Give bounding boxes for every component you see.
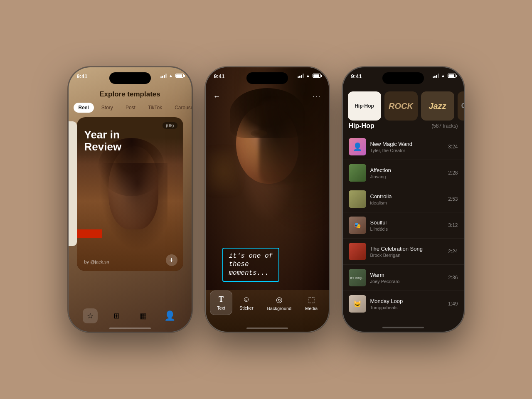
genre-tab-rock[interactable]: ROCK xyxy=(384,91,418,121)
toolbar-media[interactable]: ⬚ Media xyxy=(298,291,324,315)
genre-tab-partial: C xyxy=(458,91,464,121)
warm-thumb-text: It's Alrig... xyxy=(350,276,364,280)
wifi-icon-3: ▲ xyxy=(441,73,446,78)
track-thumb: 👤 xyxy=(349,138,366,155)
back-button[interactable]: ← xyxy=(213,92,221,101)
dynamic-island-3 xyxy=(382,72,424,84)
phone2-background: 9:41 ▲ ← ··· xyxy=(206,67,329,332)
nav-profile[interactable]: 👤 xyxy=(163,308,177,323)
phone3-background: 9:41 ▲ xyxy=(343,67,464,332)
track-name: The Celebration Song xyxy=(370,246,444,252)
track-item[interactable]: 🎭 Soulful L'indécis 3:12 xyxy=(343,212,464,239)
status-icons-2: ▲ xyxy=(298,73,322,78)
track-item[interactable]: Controlla idealism 2:53 xyxy=(343,186,464,212)
toolbar-background[interactable]: ◎ Background xyxy=(261,291,298,315)
track-thumb: It's Alrig... xyxy=(349,269,366,286)
text-tool-icon: T xyxy=(219,295,224,304)
red-stripe xyxy=(77,229,102,238)
genre-tab-hiphop[interactable]: Hip-Hop xyxy=(348,91,381,121)
nav-grid[interactable]: ⊞ xyxy=(109,308,124,323)
track-duration: 1:49 xyxy=(448,301,458,307)
status-time-3: 9:41 xyxy=(351,73,362,79)
track-info: Warm Joey Pecoraro xyxy=(370,272,444,284)
track-duration: 2:28 xyxy=(448,170,458,176)
track-artist: Brock Berrigan xyxy=(370,253,444,258)
tab-tiktok[interactable]: TikTok xyxy=(143,103,167,113)
wifi-icon-1: ▲ xyxy=(169,73,173,78)
card-badge: (08) xyxy=(163,122,177,129)
track-thumb xyxy=(349,190,366,208)
star-icon: ☆ xyxy=(87,311,94,320)
track-thumb xyxy=(349,243,366,260)
status-time-2: 9:41 xyxy=(214,73,225,79)
track-artist: L'indécis xyxy=(370,227,444,232)
phone1-title: Explore templates xyxy=(99,90,160,98)
home-indicator-3 xyxy=(382,327,424,328)
card-author: by @jack.sn xyxy=(84,259,109,264)
track-item[interactable]: Affection Jinsang 2:28 xyxy=(343,160,464,186)
card-add-button[interactable]: + xyxy=(166,254,177,266)
signal-icon-1 xyxy=(160,74,167,78)
nav-templates[interactable]: ☆ xyxy=(83,308,98,323)
track-item[interactable]: 🐱 Monday Loop Tomppabeats 1:49 xyxy=(343,291,464,315)
track-artist: Jinsang xyxy=(370,174,444,179)
jazz-label: Jazz xyxy=(429,101,446,111)
signal-icon-2 xyxy=(298,74,304,78)
grid-icon: ⊞ xyxy=(113,311,120,320)
phone2-toolbar: T Text ☺ Sticker ◎ Background ⬚ Media xyxy=(206,291,329,315)
profile-icon: 👤 xyxy=(164,310,175,321)
card-title: Year inReview xyxy=(84,129,122,153)
phone-2: 9:41 ▲ ← ··· xyxy=(205,66,330,332)
toolbar-sticker[interactable]: ☺ Sticker xyxy=(233,291,260,315)
text-overlay-card[interactable]: it's one ofthesemoments... xyxy=(222,248,280,282)
track-duration: 3:24 xyxy=(448,144,458,150)
dynamic-island-2 xyxy=(246,72,288,84)
genre-tabs: Hip-Hop ROCK Jazz C xyxy=(343,88,464,124)
partial-label: C xyxy=(461,102,464,110)
track-thumb: 🐱 xyxy=(349,295,366,313)
text-overlay-content: it's one ofthesemoments... xyxy=(229,252,273,278)
track-info: Monday Loop Tomppabeats xyxy=(370,298,444,310)
track-name: Controlla xyxy=(370,193,444,200)
track-item[interactable]: 👤 New Magic Wand Tyler, the Creator 3:24 xyxy=(343,134,464,160)
genre-name: Hip-Hop xyxy=(349,122,374,130)
track-name: Affection xyxy=(370,167,444,173)
track-thumb: 🎭 xyxy=(349,217,366,234)
track-artist: Tyler, the Creator xyxy=(370,148,444,153)
phone1-background: 9:41 ▲ Explore templ xyxy=(69,67,192,332)
phone1-tabs[interactable]: Reel Story Post TikTok Carousel xyxy=(74,103,187,113)
track-artist: idealism xyxy=(370,200,444,205)
track-item[interactable]: It's Alrig... Warm Joey Pecoraro 2:36 xyxy=(343,265,464,291)
dynamic-island-1 xyxy=(109,72,151,84)
track-info: Controlla idealism xyxy=(370,193,444,205)
signal-icon-3 xyxy=(433,74,439,78)
rock-label: ROCK xyxy=(389,101,413,111)
track-thumb xyxy=(349,164,366,182)
track-info: Soulful L'indécis xyxy=(370,219,444,232)
status-icons-1: ▲ xyxy=(160,73,185,78)
phone1-main-card[interactable]: (08) Year inReview by @jack.sn + xyxy=(77,117,183,271)
status-icons-3: ▲ xyxy=(433,73,457,78)
phone-1: 9:41 ▲ Explore templ xyxy=(68,66,192,332)
tab-carousel[interactable]: Carousel xyxy=(170,103,192,113)
nav-create[interactable]: ▦ xyxy=(136,308,151,323)
tab-post[interactable]: Post xyxy=(121,103,140,113)
track-name: New Magic Wand xyxy=(370,141,444,147)
toolbar-text[interactable]: T Text xyxy=(210,291,232,315)
home-indicator-2 xyxy=(246,328,288,329)
wifi-icon-2: ▲ xyxy=(306,73,310,78)
track-duration: 2:53 xyxy=(448,196,458,202)
track-info: New Magic Wand Tyler, the Creator xyxy=(370,141,444,153)
battery-icon-2 xyxy=(313,74,322,78)
tab-story[interactable]: Story xyxy=(96,103,118,113)
genre-tab-jazz[interactable]: Jazz xyxy=(421,91,454,121)
hair-sides xyxy=(93,163,167,263)
tab-reel[interactable]: Reel xyxy=(74,103,94,113)
status-time-1: 9:41 xyxy=(77,73,88,79)
sticker-tool-icon: ☺ xyxy=(243,295,250,304)
track-item[interactable]: The Celebration Song Brock Berrigan 2:24 xyxy=(343,239,464,265)
more-button[interactable]: ··· xyxy=(312,92,321,101)
track-artist: Joey Pecoraro xyxy=(370,279,444,284)
track-artist: Tomppabeats xyxy=(370,305,444,310)
background-tool-label: Background xyxy=(267,306,292,311)
